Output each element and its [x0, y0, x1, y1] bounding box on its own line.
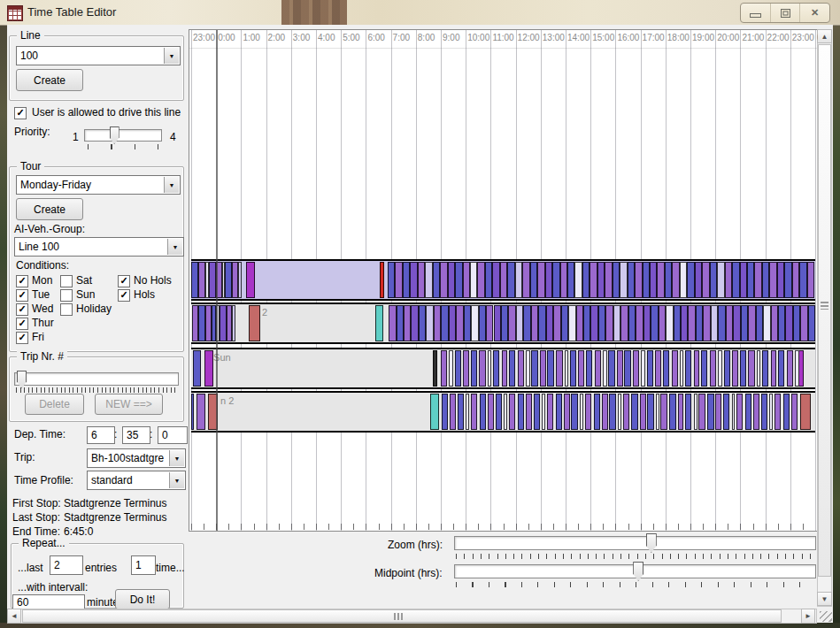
- trip-bar[interactable]: [613, 262, 620, 298]
- trip-bar[interactable]: [388, 262, 395, 298]
- trip-bar[interactable]: [753, 394, 759, 430]
- trip-bar[interactable]: [650, 262, 657, 298]
- minimize-button[interactable]: [741, 4, 771, 22]
- trip-bar[interactable]: [723, 394, 729, 430]
- trip-bar[interactable]: [590, 305, 597, 341]
- priority-slider-track[interactable]: [84, 129, 162, 142]
- trip-bar[interactable]: [778, 305, 785, 341]
- trip-bar[interactable]: [763, 305, 770, 341]
- trip-bar[interactable]: [463, 262, 470, 298]
- trip-bar[interactable]: [547, 350, 553, 387]
- trip-bar[interactable]: [546, 305, 553, 341]
- trip-bar[interactable]: [641, 350, 645, 387]
- trip-bar[interactable]: [715, 394, 721, 430]
- trip-bar[interactable]: [553, 305, 560, 341]
- trip-combobox[interactable]: Bh-100stadtgren: ▼: [87, 448, 186, 468]
- chevron-down-icon[interactable]: ▼: [167, 239, 182, 255]
- trip-bar[interactable]: [688, 305, 695, 341]
- trip-bar[interactable]: [665, 262, 672, 298]
- trip-bar[interactable]: [449, 350, 453, 387]
- trip-bar[interactable]: [685, 350, 691, 387]
- trip-bar[interactable]: [442, 394, 448, 430]
- trip-bar[interactable]: [656, 394, 659, 430]
- trip-bar[interactable]: [717, 262, 724, 298]
- trip-bar[interactable]: [225, 262, 232, 298]
- chevron-down-icon[interactable]: ▼: [164, 177, 179, 193]
- trip-bar[interactable]: [784, 262, 791, 298]
- condition-checkbox-tue[interactable]: ✓: [16, 289, 28, 302]
- trip-bar[interactable]: [571, 394, 577, 430]
- user-drive-checkbox[interactable]: ✓: [14, 107, 27, 119]
- trip-bar[interactable]: [479, 350, 485, 387]
- trip-bar[interactable]: [458, 394, 464, 430]
- tour-create-button[interactable]: Create: [16, 198, 83, 220]
- trip-bar[interactable]: [740, 262, 747, 298]
- trip-bar[interactable]: [636, 305, 643, 341]
- trip-nr-slider-track[interactable]: [14, 372, 179, 386]
- trip-bar[interactable]: [620, 262, 627, 298]
- trip-bar[interactable]: [471, 305, 478, 341]
- trip-bar[interactable]: [666, 305, 673, 341]
- trip-bar[interactable]: [580, 394, 583, 430]
- trip-bar[interactable]: [578, 350, 584, 387]
- trip-bar[interactable]: [769, 262, 776, 298]
- trip-bar[interactable]: [238, 262, 242, 298]
- trip-bar[interactable]: [643, 305, 651, 341]
- trip-bar[interactable]: [711, 305, 718, 341]
- trip-bar[interactable]: [192, 305, 198, 341]
- dep-time-minute-field[interactable]: 35: [122, 426, 150, 444]
- trip-bar[interactable]: [403, 262, 410, 298]
- trip-bar[interactable]: [477, 262, 484, 298]
- trip-bar[interactable]: [687, 262, 694, 298]
- trip-bar[interactable]: [769, 394, 773, 430]
- trip-bar[interactable]: [191, 394, 194, 430]
- zoom-slider-track[interactable]: [454, 536, 816, 550]
- trip-bar[interactable]: [395, 262, 402, 298]
- title-bar[interactable]: Time Table Editor ✕: [0, 0, 840, 26]
- timetable-band-4[interactable]: n 2: [191, 391, 815, 433]
- trip-bar[interactable]: [800, 394, 811, 430]
- close-button[interactable]: ✕: [800, 4, 829, 22]
- time-profile-combobox[interactable]: standard ▼: [87, 471, 186, 490]
- chevron-down-icon[interactable]: ▼: [169, 472, 184, 488]
- trip-bar[interactable]: [793, 305, 800, 341]
- trip-bar[interactable]: [493, 350, 499, 387]
- trip-bar[interactable]: [585, 394, 591, 430]
- trip-bar[interactable]: [680, 262, 687, 298]
- condition-checkbox-wed[interactable]: ✓: [16, 303, 28, 316]
- condition-checkbox-no-hols[interactable]: ✓: [118, 275, 130, 287]
- trip-bar[interactable]: [718, 350, 722, 387]
- trip-bar[interactable]: [448, 262, 455, 298]
- trip-bar[interactable]: [434, 305, 441, 341]
- trip-bar[interactable]: [501, 305, 508, 341]
- trip-bar[interactable]: [748, 350, 754, 387]
- timetable-grid[interactable]: 23:000:001:002:003:004:005:006:007:008:0…: [189, 29, 819, 532]
- trip-bar[interactable]: [419, 305, 426, 341]
- trip-bar[interactable]: [774, 394, 781, 430]
- trip-bar[interactable]: [594, 394, 600, 430]
- trip-bar[interactable]: [232, 305, 235, 341]
- trip-bar[interactable]: [486, 305, 493, 341]
- trip-bar[interactable]: [556, 350, 562, 387]
- trip-bar[interactable]: [191, 262, 198, 298]
- trip-bar[interactable]: [496, 394, 502, 430]
- trip-bar[interactable]: [205, 305, 212, 341]
- trip-bar[interactable]: [799, 262, 806, 298]
- trip-bar[interactable]: [795, 350, 799, 387]
- trip-bar[interactable]: [249, 305, 260, 341]
- trip-bar[interactable]: [605, 262, 612, 298]
- trip-bar[interactable]: [583, 305, 590, 341]
- trip-bar[interactable]: [449, 305, 456, 341]
- condition-checkbox-mon[interactable]: ✓: [16, 275, 28, 287]
- trip-bar[interactable]: [492, 262, 499, 298]
- new-trip-button[interactable]: NEW ==>: [95, 394, 163, 415]
- delete-button[interactable]: Delete: [25, 394, 84, 415]
- trip-bar[interactable]: [470, 262, 477, 298]
- trip-bar[interactable]: [725, 262, 732, 298]
- trip-bar[interactable]: [500, 262, 507, 298]
- trip-bar[interactable]: [522, 262, 529, 298]
- trip-bar[interactable]: [380, 262, 384, 298]
- trip-bar[interactable]: [659, 305, 666, 341]
- line-combobox[interactable]: 100 ▼: [16, 46, 181, 65]
- trip-bar[interactable]: [597, 262, 605, 298]
